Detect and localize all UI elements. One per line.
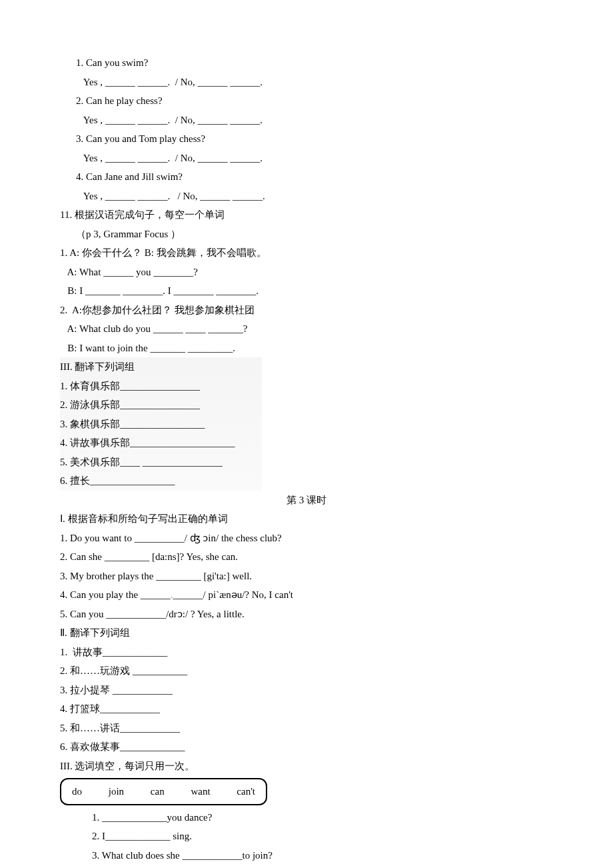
sec3-i2: 2. 游泳俱乐部________________ bbox=[60, 395, 235, 415]
word-can: can bbox=[151, 786, 165, 797]
p2s1-q2: 2. Can she _________ [da:ns]? Yes, she c… bbox=[60, 547, 553, 567]
sec3-i1: 1. 体育俱乐部________________ bbox=[60, 377, 235, 396]
q-tom-chess: 3. Can you and Tom play chess? bbox=[76, 129, 553, 149]
word-want: want bbox=[191, 786, 210, 797]
sec3-i4: 4. 讲故事俱乐部_____________________ bbox=[60, 433, 235, 453]
sec3-i6: 6. 擅长_________________ bbox=[60, 471, 235, 491]
lesson3-heading: 第 3 课时 bbox=[60, 491, 553, 510]
p2s1-title: Ⅰ. 根据音标和所给句子写出正确的单词 bbox=[60, 509, 553, 529]
sec11-q2b: B: I want to join the _______ _________. bbox=[60, 339, 553, 358]
sec11-q2: 2. A:你想参加什么社团？ 我想参加象棋社团 bbox=[60, 301, 553, 320]
q-swim-ans: Yes , ______ ______. / No, ______ ______… bbox=[76, 73, 553, 92]
sec11-q2a: A: What club do you ______ ____ _______? bbox=[60, 319, 553, 339]
sec3-i3: 3. 象棋俱乐部_________________ bbox=[60, 415, 235, 434]
p2s1-q4: 4. Can you play the ______.______/ pi`æn… bbox=[60, 585, 553, 605]
p2s2-i5: 5. 和……讲话____________ bbox=[60, 719, 553, 738]
p2s3-q2: 2. I_____________ sing. bbox=[92, 827, 553, 846]
p2s1-q5: 5. Can you ____________/drɔ:/ ? Yes, a l… bbox=[60, 605, 553, 624]
word-join: join bbox=[109, 786, 124, 797]
sec11-sub: （p 3, Grammar Focus ） bbox=[76, 225, 553, 244]
sec11-q1b: B: I _______ ________. I ________ ______… bbox=[60, 281, 553, 301]
p2s2-title: Ⅱ. 翻译下列词组 bbox=[60, 623, 553, 643]
p2s1-q3: 3. My brother plays the _________ [gi'ta… bbox=[60, 567, 553, 586]
word-bank: do join can want can't bbox=[60, 778, 267, 805]
word-do: do bbox=[72, 786, 82, 797]
q-swim: 1. Can you swim? bbox=[76, 53, 553, 73]
sec11-title: 11. 根据汉语完成句子，每空一个单词 bbox=[60, 205, 553, 225]
q-chess-ans: Yes , ______ ______. / No, ______ ______… bbox=[76, 111, 553, 130]
q-tom-chess-ans: Yes , ______ ______. / No, ______ ______… bbox=[76, 149, 553, 168]
p2s2-i3: 3. 拉小提琴 ____________ bbox=[60, 681, 553, 700]
p2s1-q1: 1. Do you want to __________/ ʤ ɔin/ the… bbox=[60, 529, 553, 548]
p2s2-i1: 1. 讲故事_____________ bbox=[60, 643, 553, 662]
sec11-q1a: A: What ______ you ________? bbox=[60, 263, 553, 282]
q-jane-swim-ans: Yes , ______ ______. / No, ______ ______… bbox=[76, 187, 553, 206]
word-cant: can't bbox=[237, 786, 255, 797]
q-chess: 2. Can he play chess? bbox=[76, 91, 553, 111]
p2s2-i4: 4. 打篮球____________ bbox=[60, 699, 553, 719]
q-jane-swim: 4. Can Jane and Jill swim? bbox=[76, 167, 553, 187]
sec3-title: III. 翻译下列词组 bbox=[60, 357, 235, 377]
p2s3-q1: 1. _____________you dance? bbox=[92, 808, 553, 827]
p2s3-q3: 3. What club does she ____________to joi… bbox=[92, 846, 553, 865]
p2s3-title: III. 选词填空，每词只用一次。 bbox=[60, 757, 553, 776]
sec3-i5: 5. 美术俱乐部____ ________________ bbox=[60, 453, 235, 472]
sec11-q1: 1. A: 你会干什么？ B: 我会跳舞，我不会唱歌。 bbox=[60, 243, 553, 263]
p2s2-i2: 2. 和……玩游戏 ___________ bbox=[60, 661, 553, 681]
p2s2-i6: 6. 喜欢做某事_____________ bbox=[60, 737, 553, 757]
